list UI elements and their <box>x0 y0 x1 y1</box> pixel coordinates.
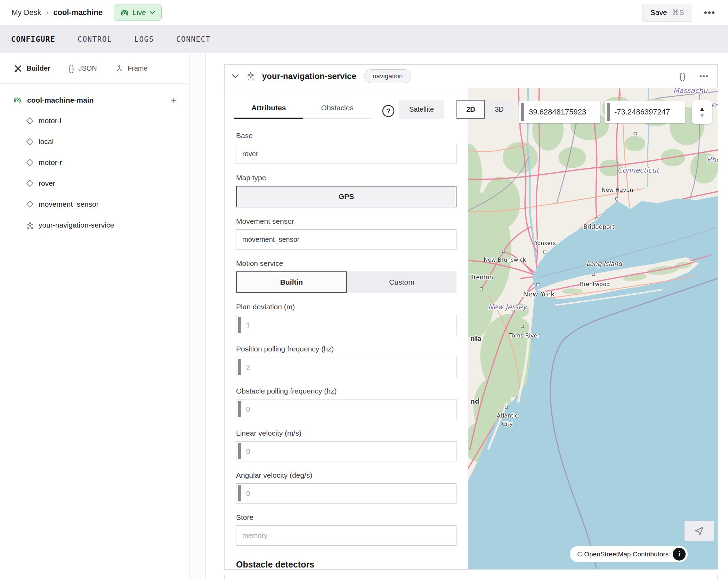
locate-button[interactable] <box>685 521 714 541</box>
view-json[interactable]: { }JSON <box>68 64 97 73</box>
segmented-control: BuiltinCustom <box>236 271 456 293</box>
obstacle-detectors-heading: Obstacle detectors <box>236 560 456 570</box>
view-label: Frame <box>128 64 148 72</box>
longitude-value: -73.2486397247 <box>614 101 670 123</box>
zoom-in-arrow-icon[interactable]: ▲ <box>699 106 705 112</box>
number-drag-handle[interactable] <box>238 359 241 375</box>
number-value: 0 <box>246 447 250 455</box>
field-label: Obstacle polling frequency (hz) <box>236 387 456 395</box>
content-area: Builder{ }JSONFrame cool-machine-main + … <box>0 53 728 579</box>
tab-configure[interactable]: CONFIGURE <box>11 35 55 43</box>
number-drag-handle[interactable] <box>238 317 241 333</box>
tab-connect[interactable]: CONNECT <box>176 35 211 43</box>
card-more-icon[interactable]: ••• <box>699 73 709 80</box>
field-input[interactable]: rover <box>236 144 456 164</box>
field-number-input[interactable]: 1 <box>236 315 456 335</box>
add-component-button[interactable]: + <box>171 95 177 105</box>
app-header: My Desk › cool-machine Live Save ⌘S ••• <box>0 0 728 25</box>
svg-text:New Jersey: New Jersey <box>488 303 527 311</box>
number-drag-handle[interactable] <box>238 485 241 501</box>
latitude-drag-handle[interactable] <box>521 103 524 121</box>
tab-logs[interactable]: LOGS <box>134 35 154 43</box>
breadcrumb-current: cool-machine <box>53 8 103 17</box>
view-builder[interactable]: Builder <box>14 64 50 73</box>
braces-json-icon[interactable]: { } <box>679 72 686 80</box>
field-store: Storememory <box>236 513 456 546</box>
save-label: Save <box>650 8 667 17</box>
help-icon[interactable]: ? <box>382 104 395 118</box>
svg-text:New Haven: New Haven <box>601 187 633 193</box>
collapse-chevron-icon[interactable] <box>232 74 239 79</box>
service-title: your-navigation-service <box>262 71 356 81</box>
field-number-input[interactable]: 0 <box>236 441 456 461</box>
zoom-stepper[interactable]: ▲ ▼ <box>692 100 712 124</box>
field-number-input[interactable]: 2 <box>236 357 456 377</box>
tree-item-your-navigation-service[interactable]: your-navigation-service <box>0 215 189 236</box>
navigation-map[interactable]: New HavenBridgeportYonkersBrentwoodNew Y… <box>468 88 718 569</box>
svg-text:nia: nia <box>470 335 482 342</box>
field-number-input[interactable]: 0 <box>236 399 456 419</box>
tab-obstacles[interactable]: Obstacles <box>303 104 372 119</box>
fields-list: BaseroverMap typeGPSMovement sensormovem… <box>236 132 456 546</box>
field-label: Map type <box>236 174 456 182</box>
segment-option-custom[interactable]: Custom <box>347 271 456 293</box>
number-drag-handle[interactable] <box>238 443 241 459</box>
field-label: Base <box>236 132 456 140</box>
svg-text:Toms River: Toms River <box>509 332 540 339</box>
breadcrumb-root[interactable]: My Desk <box>11 8 41 17</box>
tree-item-motor-r[interactable]: motor-r <box>0 152 189 173</box>
tree-item-local[interactable]: local <box>0 131 189 152</box>
svg-text:Long Island: Long Island <box>587 260 623 267</box>
live-status-badge[interactable]: Live <box>114 5 162 21</box>
header-more-button[interactable]: ••• <box>704 7 715 18</box>
live-label: Live <box>132 8 146 17</box>
save-button[interactable]: Save ⌘S <box>642 4 692 22</box>
segment-option-builtin[interactable]: Builtin <box>236 271 347 293</box>
svg-text:New York: New York <box>523 290 555 298</box>
field-map-type: Map typeGPS <box>236 174 456 207</box>
svg-text:Brentwood: Brentwood <box>580 281 610 287</box>
service-sparkle-icon <box>245 71 256 81</box>
tree-item-label: local <box>39 137 54 146</box>
svg-text:Bridgeport: Bridgeport <box>583 223 615 230</box>
field-label: Movement sensor <box>236 217 456 225</box>
tree-item-motor-l[interactable]: motor-l <box>0 110 189 131</box>
zoom-out-arrow-icon[interactable]: ▼ <box>699 113 705 119</box>
view-mode-toggle: Builder{ }JSONFrame <box>0 53 189 84</box>
tab-control[interactable]: CONTROL <box>78 35 112 43</box>
info-icon[interactable]: i <box>673 548 686 561</box>
tree-item-movement_sensor[interactable]: movement_sensor <box>0 194 189 215</box>
field-angular-velocity-deg-s: Angular velocity (deg/s)0 <box>236 471 456 503</box>
latitude-input[interactable]: 39.62848175923 <box>519 101 600 123</box>
tree-item-label: motor-r <box>39 158 62 167</box>
map-3d-button[interactable]: 3D <box>485 100 513 119</box>
number-drag-handle[interactable] <box>238 401 241 417</box>
satellite-toggle-button[interactable]: Satellite <box>399 100 444 119</box>
breadcrumb-separator-icon: › <box>46 8 49 16</box>
field-motion-service: Motion serviceBuiltinCustom <box>236 259 456 293</box>
broadcast-icon <box>13 96 22 104</box>
field-input[interactable]: movement_sensor <box>236 229 456 249</box>
machine-main-row[interactable]: cool-machine-main + <box>0 90 189 110</box>
view-frame[interactable]: Frame <box>115 64 148 73</box>
longitude-input[interactable]: -73.2486397247 <box>605 101 685 123</box>
field-button-gps[interactable]: GPS <box>236 186 456 207</box>
tree-item-label: movement_sensor <box>39 200 99 208</box>
service-type-badge: navigation <box>364 69 412 83</box>
tree-item-label: rover <box>39 179 55 188</box>
svg-text:Massachu: Massachu <box>673 88 708 95</box>
field-number-input[interactable]: 0 <box>236 483 456 503</box>
field-label: Motion service <box>236 259 456 268</box>
tree-item-rover[interactable]: rover <box>0 173 189 194</box>
tab-attributes[interactable]: Attributes <box>234 104 303 119</box>
component-diamond-icon <box>25 158 34 167</box>
sidebar-resize-gutter[interactable] <box>189 53 206 579</box>
machine-part-tree: cool-machine-main + motor-llocalmotor-rr… <box>0 84 189 236</box>
longitude-drag-handle[interactable] <box>607 103 610 121</box>
field-label: Store <box>236 513 456 522</box>
map-2d-button[interactable]: 2D <box>456 100 485 119</box>
field-position-polling-frequency-hz: Position polling frequency (hz)2 <box>236 345 456 377</box>
field-input[interactable]: memory <box>236 525 456 546</box>
field-linear-velocity-m-s: Linear velocity (m/s)0 <box>236 429 456 461</box>
map-dimension-toggle: 2D 3D <box>456 100 513 119</box>
